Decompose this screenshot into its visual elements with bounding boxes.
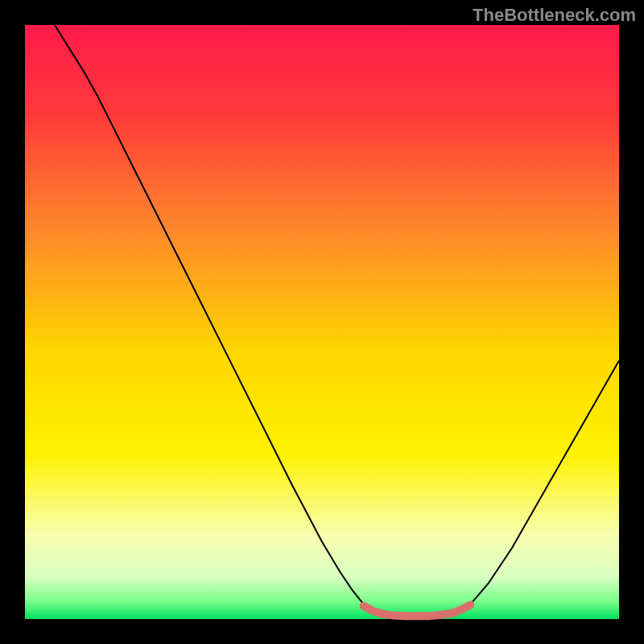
watermark-text: TheBottleneck.com [473,5,636,26]
gradient-background [25,25,619,619]
chart-container: TheBottleneck.com [0,0,644,644]
bottleneck-chart [0,0,644,644]
